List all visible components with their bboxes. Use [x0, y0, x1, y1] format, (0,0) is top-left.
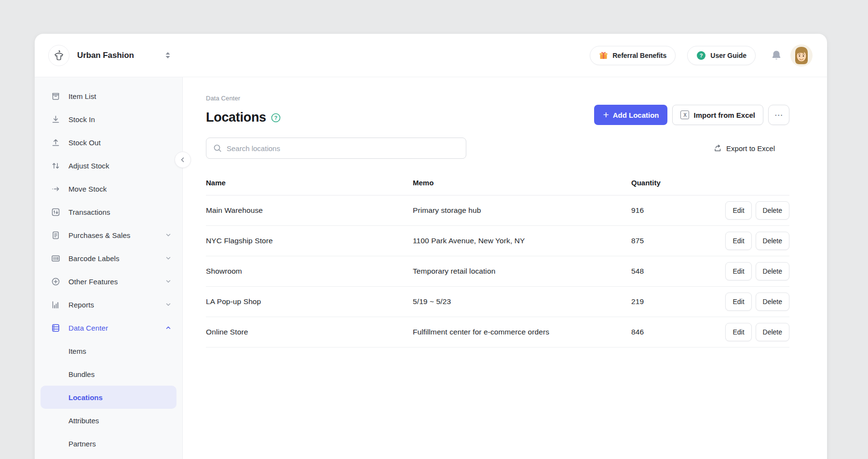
chevron-up-icon [165, 324, 172, 331]
delete-button[interactable]: Delete [756, 232, 789, 250]
table-row: NYC Flagship Store1100 Park Avenue, New … [206, 226, 789, 256]
plus-icon: + [603, 110, 609, 120]
move-arrow-icon [51, 184, 60, 194]
cell-quantity: 916 [631, 206, 699, 215]
sidebar-subitem-items[interactable]: Items [41, 339, 176, 362]
cell-name: Showroom [206, 267, 413, 276]
cell-name: Online Store [206, 328, 413, 336]
chevron-down-icon [165, 301, 172, 308]
cell-name: Main Warehouse [206, 206, 413, 215]
delete-button[interactable]: Delete [756, 292, 789, 311]
excel-file-icon: X [680, 111, 689, 119]
column-header-memo: Memo [413, 179, 631, 187]
tshirt-icon [53, 49, 65, 62]
transactions-icon [51, 208, 60, 217]
sidebar-collapse-button[interactable] [175, 152, 191, 168]
barcode-icon [51, 254, 60, 263]
package-icon [51, 92, 60, 101]
stock-in-icon [51, 115, 60, 124]
table-row: Main WarehousePrimary storage hub916Edit… [206, 195, 789, 226]
help-outline-icon[interactable]: ? [271, 113, 281, 123]
adjust-arrows-icon [51, 161, 60, 170]
delete-button[interactable]: Delete [756, 262, 789, 280]
locations-table: Name Memo Quantity Main WarehousePrimary… [206, 170, 789, 348]
search-box[interactable] [206, 138, 466, 159]
stock-out-icon [51, 138, 60, 147]
top-header: Urban Fashion Referral Benefits [35, 34, 827, 77]
add-location-button[interactable]: + Add Location [594, 105, 667, 125]
sidebar-subitem-partners[interactable]: Partners [41, 432, 176, 455]
sidebar-subitem-bundles[interactable]: Bundles [41, 362, 176, 386]
cell-quantity: 875 [631, 236, 699, 245]
user-guide-button[interactable]: ? User Guide [687, 46, 756, 65]
export-to-excel-button[interactable]: Export to Excel [713, 144, 775, 153]
sidebar-item-data-center[interactable]: Data Center [35, 316, 182, 339]
sidebar-subitem-attributes[interactable]: Attributes [41, 409, 176, 432]
cell-memo: Fulfillment center for e-commerce orders [413, 328, 631, 336]
edit-button[interactable]: Edit [725, 292, 751, 311]
gift-icon [599, 51, 608, 60]
sidebar-subitem-locations[interactable]: Locations [41, 386, 176, 409]
breadcrumb: Data Center [206, 95, 789, 102]
page-title: Locations [206, 110, 266, 125]
svg-text:?: ? [700, 53, 703, 58]
search-input[interactable] [227, 144, 459, 153]
sidebar-item-adjust-stock[interactable]: Adjust Stock [35, 154, 182, 177]
workspace-name: Urban Fashion [77, 51, 134, 60]
chevron-down-icon [165, 232, 172, 238]
sidebar-item-purchases-sales[interactable]: Purchases & Sales [35, 223, 182, 247]
edit-button[interactable]: Edit [725, 201, 751, 220]
cell-name: LA Pop-up Shop [206, 297, 413, 306]
svg-text:?: ? [274, 114, 277, 120]
ellipsis-icon: ⋯ [774, 110, 783, 120]
referral-benefits-button[interactable]: Referral Benefits [590, 46, 676, 65]
cell-memo: 5/19 ~ 5/23 [413, 297, 631, 306]
cell-quantity: 548 [631, 267, 699, 276]
sidebar-item-stock-out[interactable]: Stock Out [35, 131, 182, 154]
column-header-name: Name [206, 179, 413, 187]
edit-button[interactable]: Edit [725, 323, 751, 341]
sidebar-item-stock-in[interactable]: Stock In [35, 108, 182, 131]
database-icon [51, 323, 60, 333]
edit-button[interactable]: Edit [725, 262, 751, 280]
import-from-excel-button[interactable]: X Import from Excel [672, 105, 763, 125]
cell-memo: Temporary retail location [413, 267, 631, 276]
bar-chart-icon [51, 300, 60, 309]
table-header-row: Name Memo Quantity [206, 170, 789, 195]
table-row: ShowroomTemporary retail location548Edit… [206, 256, 789, 287]
chevron-down-icon [165, 255, 172, 262]
help-filled-icon: ? [696, 51, 706, 60]
sidebar-item-item-list[interactable]: Item List [35, 84, 182, 108]
delete-button[interactable]: Delete [756, 201, 789, 220]
table-row: LA Pop-up Shop5/19 ~ 5/23219EditDelete [206, 287, 789, 317]
cell-name: NYC Flagship Store [206, 236, 413, 245]
cell-quantity: 219 [631, 297, 699, 306]
cell-quantity: 846 [631, 328, 699, 336]
edit-button[interactable]: Edit [725, 232, 751, 250]
cell-memo: 1100 Park Avenue, New York, NY [413, 236, 631, 245]
cell-memo: Primary storage hub [413, 206, 631, 215]
export-icon [713, 144, 722, 153]
column-header-quantity: Quantity [631, 179, 699, 187]
delete-button[interactable]: Delete [756, 323, 789, 341]
chevron-down-icon [165, 278, 172, 285]
sidebar-item-move-stock[interactable]: Move Stock [35, 177, 182, 200]
more-options-button[interactable]: ⋯ [768, 105, 789, 125]
app-window: Urban Fashion Referral Benefits [35, 34, 827, 459]
search-icon [213, 144, 222, 153]
sidebar-item-barcode-labels[interactable]: Barcode Labels [35, 247, 182, 270]
sidebar-item-reports[interactable]: Reports [35, 293, 182, 316]
document-icon [51, 231, 60, 240]
workspace-switcher-icon[interactable] [165, 52, 171, 59]
user-avatar[interactable] [790, 44, 813, 67]
notifications-bell-icon[interactable] [770, 49, 783, 62]
plus-circle-icon [51, 277, 60, 286]
sidebar: Item ListStock InStock OutAdjust StockMo… [35, 77, 183, 459]
sidebar-item-other-features[interactable]: Other Features [35, 270, 182, 293]
table-row: Online StoreFulfillment center for e-com… [206, 317, 789, 348]
referral-benefits-label: Referral Benefits [612, 52, 666, 59]
sidebar-item-transactions[interactable]: Transactions [35, 200, 182, 223]
main-content: Data Center Locations ? + Add Location [183, 77, 827, 459]
user-guide-label: User Guide [710, 52, 746, 59]
workspace-logo[interactable] [48, 45, 69, 66]
